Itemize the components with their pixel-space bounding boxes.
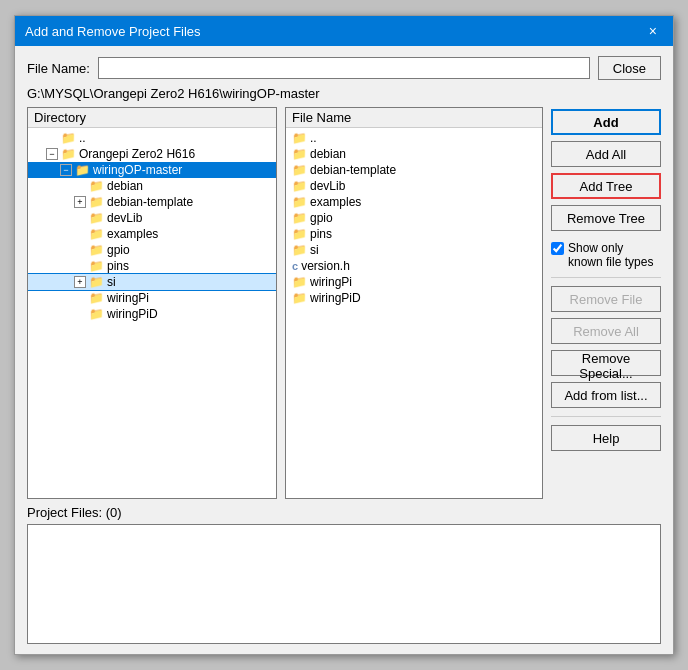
file-name-input[interactable] [98,57,590,79]
panels-row: Directory 📁 .. − 📁 Orangepi Zero2 H616 [27,107,661,499]
file-label-si: si [310,243,319,257]
file-name-label: File Name: [27,61,90,76]
tree-item-wiringpid[interactable]: 📁 wiringPiD [28,306,276,322]
folder-icon: 📁 [61,131,76,145]
folder-icon-examples: 📁 [89,227,104,241]
directory-panel: Directory 📁 .. − 📁 Orangepi Zero2 H616 [27,107,277,499]
folder-icon-si: 📁 [89,275,104,289]
file-item-wiringpi[interactable]: 📁 wiringPi [286,274,542,290]
file-label-devlib: devLib [310,179,345,193]
tree-item-root-label: .. [79,131,86,145]
tree-label-debian-template: debian-template [107,195,193,209]
file-item-version-h[interactable]: c version.h [286,258,542,274]
file-item-pins[interactable]: 📁 pins [286,226,542,242]
tree-item-si[interactable]: + 📁 si [28,274,276,290]
file-item-devlib[interactable]: 📁 devLib [286,178,542,194]
tree-label-wiringpi: wiringPi [107,291,149,305]
title-bar: Add and Remove Project Files × [15,16,673,46]
close-button-top[interactable]: Close [598,56,661,80]
show-known-label: Show only known file types [568,241,661,269]
tree-item-wiringpi[interactable]: 📁 wiringPi [28,290,276,306]
folder-icon-debian-template: 📁 [89,195,104,209]
expand-debian-template[interactable]: + [74,196,86,208]
tree-item-debian[interactable]: 📁 debian [28,178,276,194]
tree-item-root[interactable]: 📁 .. [28,130,276,146]
tree-item-examples[interactable]: 📁 examples [28,226,276,242]
tree-item-gpio[interactable]: 📁 gpio [28,242,276,258]
folder-icon-wiringpid: 📁 [89,307,104,321]
tree-item-debian-template[interactable]: + 📁 debian-template [28,194,276,210]
help-button[interactable]: Help [551,425,661,451]
tree-item-wiringop[interactable]: − 📁 wiringOP-master [28,162,276,178]
file-item-examples[interactable]: 📁 examples [286,194,542,210]
folder-icon-f-pins: 📁 [292,227,307,241]
tree-label-examples: examples [107,227,158,241]
expand-orangepi[interactable]: − [46,148,58,160]
project-files-section: Project Files: (0) [27,505,661,644]
add-all-button[interactable]: Add All [551,141,661,167]
file-label-pins: pins [310,227,332,241]
folder-icon-wiringop: 📁 [75,163,90,177]
dialog-body: File Name: Close G:\MYSQL\Orangepi Zero2… [15,46,673,654]
folder-icon-dotdot: 📁 [292,131,307,145]
project-files-label: Project Files: (0) [27,505,661,520]
expand-wiringop[interactable]: − [60,164,72,176]
folder-icon-gpio: 📁 [89,243,104,257]
folder-icon-f-examples: 📁 [292,195,307,209]
tree-item-devlib[interactable]: 📁 devLib [28,210,276,226]
folder-icon-f-wiringpi: 📁 [292,275,307,289]
separator2 [551,416,661,417]
file-name-row: File Name: Close [27,56,661,80]
file-label-wiringpi: wiringPi [310,275,352,289]
folder-icon-f-gpio: 📁 [292,211,307,225]
add-tree-button[interactable]: Add Tree [551,173,661,199]
folder-icon-devlib: 📁 [89,211,104,225]
dialog-title: Add and Remove Project Files [25,24,201,39]
close-button-title[interactable]: × [643,22,663,40]
tree-label-si: si [107,275,116,289]
file-panel-content[interactable]: 📁 .. 📁 debian 📁 debian-template 📁 devLib [286,128,542,498]
file-item-debian[interactable]: 📁 debian [286,146,542,162]
file-label-wiringpid: wiringPiD [310,291,361,305]
directory-panel-content[interactable]: 📁 .. − 📁 Orangepi Zero2 H616 − 📁 wiringO… [28,128,276,498]
file-label-gpio: gpio [310,211,333,225]
directory-panel-header: Directory [28,108,276,128]
separator [551,277,661,278]
folder-icon-f-debian-template: 📁 [292,163,307,177]
folder-icon-pins: 📁 [89,259,104,273]
show-known-checkbox[interactable] [551,242,564,255]
tree-label-wiringop: wiringOP-master [93,163,182,177]
folder-icon-wiringpi: 📁 [89,291,104,305]
file-panel: File Name 📁 .. 📁 debian 📁 debian-templat… [285,107,543,499]
file-item-si[interactable]: 📁 si [286,242,542,258]
add-from-list-button[interactable]: Add from list... [551,382,661,408]
remove-file-button[interactable]: Remove File [551,286,661,312]
file-label-dotdot: .. [310,131,317,145]
current-path: G:\MYSQL\Orangepi Zero2 H616\wiringOP-ma… [27,86,661,101]
tree-label-gpio: gpio [107,243,130,257]
expand-si[interactable]: + [74,276,86,288]
c-icon-version: c [292,260,298,272]
tree-label-wiringpid: wiringPiD [107,307,158,321]
file-item-gpio[interactable]: 📁 gpio [286,210,542,226]
right-button-panel: Add Add All Add Tree Remove Tree Show on… [551,107,661,499]
dialog: Add and Remove Project Files × File Name… [14,15,674,655]
tree-label-devlib: devLib [107,211,142,225]
file-item-dotdot[interactable]: 📁 .. [286,130,542,146]
folder-icon-orangepi: 📁 [61,147,76,161]
tree-label-debian: debian [107,179,143,193]
file-label-version-h: version.h [301,259,350,273]
remove-special-button[interactable]: Remove Special... [551,350,661,376]
project-files-panel[interactable] [27,524,661,644]
folder-icon-f-si: 📁 [292,243,307,257]
file-label-debian-template: debian-template [310,163,396,177]
remove-all-button[interactable]: Remove All [551,318,661,344]
file-item-debian-template[interactable]: 📁 debian-template [286,162,542,178]
remove-tree-button[interactable]: Remove Tree [551,205,661,231]
folder-icon-f-debian: 📁 [292,147,307,161]
tree-item-pins[interactable]: 📁 pins [28,258,276,274]
tree-item-orangepi[interactable]: − 📁 Orangepi Zero2 H616 [28,146,276,162]
folder-icon-f-wiringpid: 📁 [292,291,307,305]
add-button[interactable]: Add [551,109,661,135]
file-item-wiringpid[interactable]: 📁 wiringPiD [286,290,542,306]
